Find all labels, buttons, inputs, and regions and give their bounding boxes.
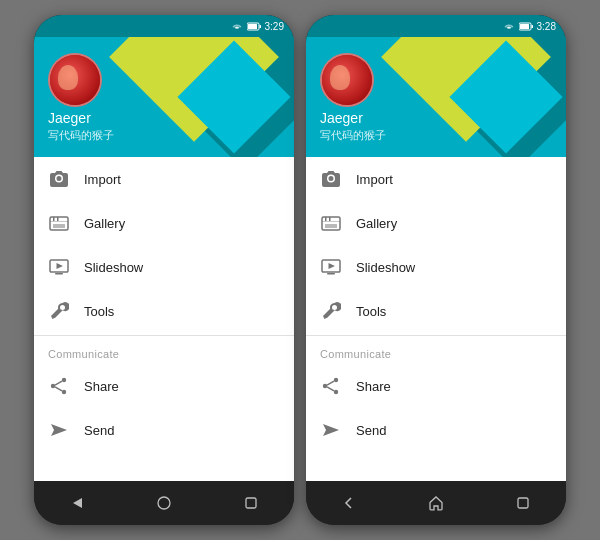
menu-item-share-2[interactable]: Share: [306, 364, 566, 408]
wifi-icon-2: [503, 21, 515, 31]
slideshow-icon-2: [320, 256, 342, 278]
share-icon-2: [320, 375, 342, 397]
svg-line-15: [55, 381, 62, 385]
header-banner-2: Jaeger 写代码的猴子: [306, 37, 566, 157]
user-subtitle-2: 写代码的猴子: [320, 128, 386, 143]
gallery-label-2: Gallery: [356, 216, 397, 231]
menu-item-send-2[interactable]: Send: [306, 408, 566, 452]
menu-item-slideshow-1[interactable]: Slideshow: [34, 245, 294, 289]
battery-icon: [247, 22, 261, 31]
send-icon-2: [320, 419, 342, 441]
svg-marker-9: [57, 263, 64, 269]
camera-icon: [48, 168, 70, 190]
svg-rect-1: [259, 25, 261, 28]
user-info-1: Jaeger 写代码的猴子: [48, 110, 114, 143]
send-icon-1: [48, 419, 70, 441]
menu-item-import-1[interactable]: Import: [34, 157, 294, 201]
svg-rect-37: [518, 498, 528, 508]
tools-label-2: Tools: [356, 304, 386, 319]
battery-icon-2: [519, 22, 533, 31]
svg-marker-17: [73, 498, 82, 508]
wifi-icon: [231, 21, 243, 31]
time-2: 3:28: [537, 21, 556, 32]
svg-rect-7: [53, 224, 65, 228]
nav-bar-1: [34, 481, 294, 525]
recents-button-2[interactable]: [505, 485, 541, 521]
menu-item-tools-1[interactable]: Tools: [34, 289, 294, 333]
recents-square-icon: [516, 496, 530, 510]
svg-rect-26: [329, 217, 331, 221]
back-button-2[interactable]: [331, 485, 367, 521]
svg-line-35: [327, 381, 334, 385]
tools-icon: [48, 300, 70, 322]
section-header-1: Communicate: [34, 338, 294, 364]
menu-2: Import Gallery: [306, 157, 566, 481]
svg-marker-36: [323, 424, 339, 436]
time-1: 3:29: [265, 21, 284, 32]
gallery-icon-2: [320, 212, 342, 234]
svg-rect-3: [50, 217, 68, 230]
gallery-icon: [48, 212, 70, 234]
svg-point-31: [334, 378, 338, 382]
share-icon-1: [48, 375, 70, 397]
svg-rect-24: [322, 221, 340, 222]
back-button-1[interactable]: [59, 485, 95, 521]
slideshow-icon: [48, 256, 70, 278]
slideshow-label-1: Slideshow: [84, 260, 143, 275]
import-label-1: Import: [84, 172, 121, 187]
menu-item-tools-2[interactable]: Tools: [306, 289, 566, 333]
tools-label-1: Tools: [84, 304, 114, 319]
tools-icon-2: [320, 300, 342, 322]
svg-rect-30: [327, 273, 335, 275]
menu-item-gallery-2[interactable]: Gallery: [306, 201, 566, 245]
avatar-img-1: [50, 55, 100, 105]
svg-rect-4: [50, 221, 68, 222]
phone-2: 3:28 Jaeger 写代码的猴子 Import: [306, 15, 566, 525]
svg-marker-16: [51, 424, 67, 436]
phone-1: 3:29 Jaeger 写代码的猴子 Imp: [34, 15, 294, 525]
svg-rect-2: [248, 24, 257, 29]
section-header-2: Communicate: [306, 338, 566, 364]
svg-rect-21: [531, 25, 533, 28]
menu-item-slideshow-2[interactable]: Slideshow: [306, 245, 566, 289]
svg-line-14: [55, 387, 62, 391]
status-bar-1: 3:29: [34, 15, 294, 37]
status-icons-2: 3:28: [503, 21, 556, 32]
menu-item-import-2[interactable]: Import: [306, 157, 566, 201]
svg-point-18: [158, 497, 170, 509]
home-button-1[interactable]: [146, 485, 182, 521]
home-button-2[interactable]: [418, 485, 454, 521]
back-arrow-icon: [341, 495, 357, 511]
home-outline-icon: [428, 495, 444, 511]
svg-point-12: [62, 390, 66, 394]
gallery-label-1: Gallery: [84, 216, 125, 231]
menu-1: Import Gallery: [34, 157, 294, 481]
header-banner-1: Jaeger 写代码的猴子: [34, 37, 294, 157]
share-label-1: Share: [84, 379, 119, 394]
svg-rect-19: [246, 498, 256, 508]
send-label-1: Send: [84, 423, 114, 438]
menu-item-send-1[interactable]: Send: [34, 408, 294, 452]
svg-rect-5: [53, 217, 55, 221]
svg-marker-29: [329, 263, 336, 269]
phones-container: 3:29 Jaeger 写代码的猴子 Imp: [0, 0, 600, 540]
recents-button-1[interactable]: [233, 485, 269, 521]
send-label-2: Send: [356, 423, 386, 438]
import-label-2: Import: [356, 172, 393, 187]
svg-rect-6: [57, 217, 59, 221]
user-subtitle-1: 写代码的猴子: [48, 128, 114, 143]
divider-1: [34, 335, 294, 336]
svg-point-13: [51, 384, 55, 388]
slideshow-label-2: Slideshow: [356, 260, 415, 275]
svg-point-32: [334, 390, 338, 394]
user-info-2: Jaeger 写代码的猴子: [320, 110, 386, 143]
menu-item-share-1[interactable]: Share: [34, 364, 294, 408]
avatar-2: [320, 53, 374, 107]
share-label-2: Share: [356, 379, 391, 394]
menu-item-gallery-1[interactable]: Gallery: [34, 201, 294, 245]
user-name-1: Jaeger: [48, 110, 114, 126]
svg-point-33: [323, 384, 327, 388]
user-name-2: Jaeger: [320, 110, 386, 126]
svg-point-11: [62, 378, 66, 382]
svg-rect-27: [325, 224, 337, 228]
